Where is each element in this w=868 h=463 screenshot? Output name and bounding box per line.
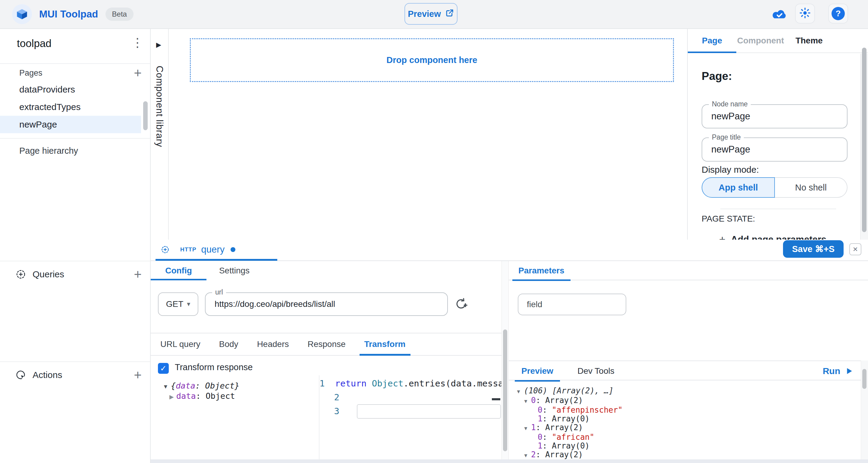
add-query-button[interactable]: +	[134, 268, 142, 281]
url-field[interactable]: url	[205, 292, 448, 316]
save-button[interactable]: Save ⌘+S	[783, 240, 844, 258]
json-row[interactable]: ▼0: Array(2)	[516, 396, 856, 406]
cursor-mark	[492, 398, 500, 400]
json-row[interactable]: ▼1: Array(2)	[516, 423, 856, 433]
add-action-button[interactable]: +	[134, 368, 142, 381]
transform-code-editor[interactable]: 1 return Object.entries(data.messag 2 3	[319, 375, 501, 459]
display-mode-toggle: App shell No shell	[702, 177, 847, 198]
tab-theme[interactable]: Theme	[785, 29, 833, 53]
config-tabs: Config Settings	[151, 261, 501, 280]
divider	[0, 261, 150, 261]
drop-zone[interactable]: Drop component here	[190, 38, 674, 82]
schema-tree-child[interactable]: ▶data: Object	[169, 391, 235, 402]
tab-url-query[interactable]: URL query	[151, 333, 210, 355]
results-scrollbar-thumb[interactable]	[862, 369, 867, 389]
tab-preview[interactable]: Preview	[515, 361, 560, 381]
inspector-scrollbar-thumb[interactable]	[862, 48, 867, 232]
queries-label: Queries	[33, 269, 64, 279]
result-json-tree[interactable]: ▼(106) [Array(2), …] ▼0: Array(2) 0: "af…	[516, 387, 856, 459]
url-label: url	[212, 288, 226, 296]
parameter-field[interactable]	[518, 294, 626, 315]
project-name: toolpad	[17, 37, 52, 50]
tab-page[interactable]: Page	[688, 29, 736, 53]
divider	[0, 362, 150, 362]
plus-icon: +	[719, 233, 725, 240]
canvas-area: ▶ Component library Drop component here	[151, 29, 687, 240]
json-row[interactable]: ▼2: Array(2)	[516, 450, 856, 459]
json-row[interactable]: 1: Array(0)	[516, 441, 856, 450]
app-header: MUI Toolpad Beta Preview	[0, 0, 868, 29]
http-badge: HTTP	[180, 246, 196, 253]
sidebar-item-dataproviders[interactable]: dataProviders	[0, 81, 141, 98]
chevron-down-icon: ▾	[187, 300, 190, 308]
active-tab-indicator	[156, 259, 277, 261]
beta-badge: Beta	[105, 7, 133, 21]
tab-settings[interactable]: Settings	[207, 261, 262, 280]
sync-status-cloud-icon	[770, 6, 788, 23]
bind-url-icon[interactable]	[453, 296, 469, 312]
project-menu-button[interactable]: ⋮	[128, 36, 147, 50]
divider	[0, 138, 150, 138]
pages-scrollbar-thumb[interactable]	[143, 101, 148, 130]
page-state-label: PAGE STATE:	[702, 214, 755, 224]
results-scrollbar-track[interactable]	[861, 361, 868, 463]
line-number: 3	[319, 406, 350, 416]
horizontal-scrollbar-track[interactable]	[151, 459, 868, 463]
action-cursor-icon	[16, 370, 26, 380]
json-row[interactable]: 0: "affenpinscher"	[516, 406, 856, 414]
toggle-no-shell[interactable]: No shell	[775, 177, 847, 198]
component-library-rail[interactable]: ▶ Component library	[151, 29, 169, 240]
inspector-tabs: Page Component Theme	[688, 29, 868, 53]
add-page-button[interactable]: +	[134, 66, 142, 80]
expand-library-icon[interactable]: ▶	[156, 41, 161, 49]
tab-transform[interactable]: Transform	[355, 333, 415, 355]
add-page-parameters-button[interactable]: + Add page parameters	[719, 233, 827, 240]
component-library-tab[interactable]: Component library	[154, 66, 165, 147]
json-row[interactable]: 1: Array(0)	[516, 414, 856, 423]
page-title-input[interactable]	[702, 138, 847, 161]
page-title-field[interactable]: Page title	[702, 137, 847, 161]
expand-icon[interactable]: ▶	[169, 394, 174, 400]
parameter-input[interactable]	[518, 294, 626, 315]
tab-config[interactable]: Config	[151, 261, 207, 280]
tab-parameters[interactable]: Parameters	[513, 261, 570, 280]
collapse-icon[interactable]: ▼	[163, 383, 168, 390]
query-panel-scrollbar-thumb[interactable]	[503, 330, 507, 451]
node-name-input[interactable]	[702, 105, 847, 128]
json-row[interactable]: ▼(106) [Array(2), …]	[516, 387, 856, 396]
preview-button-label: Preview	[408, 9, 441, 19]
brightness-icon	[799, 7, 811, 20]
query-editor-header: HTTP query Save ⌘+S ×	[151, 240, 868, 261]
query-tab[interactable]: HTTP query	[156, 240, 277, 259]
external-link-icon	[445, 8, 454, 20]
run-button[interactable]: Run	[823, 361, 853, 381]
preview-button[interactable]: Preview	[404, 3, 458, 25]
url-input[interactable]	[206, 293, 447, 315]
sidebar-item-newpage[interactable]: newPage	[0, 116, 141, 133]
sidebar-item-extractedtypes[interactable]: extractedTypes	[0, 98, 141, 116]
tab-body[interactable]: Body	[210, 333, 247, 355]
tab-component[interactable]: Component	[736, 29, 785, 53]
unsaved-indicator-dot	[230, 247, 236, 252]
toggle-app-shell[interactable]: App shell	[702, 177, 775, 198]
tab-dev-tools[interactable]: Dev Tools	[571, 361, 621, 381]
query-panel-scrollbar-track[interactable]	[501, 261, 509, 459]
theme-brightness-button[interactable]	[795, 4, 815, 24]
tab-headers[interactable]: Headers	[248, 333, 298, 355]
help-button[interactable]: ?	[828, 4, 848, 24]
tab-response[interactable]: Response	[299, 333, 354, 355]
sidebar: toolpad ⋮ Pages + dataProviders extracte…	[0, 29, 151, 463]
json-row[interactable]: 0: "african"	[516, 433, 856, 441]
method-select[interactable]: GET ▾	[158, 292, 198, 316]
close-query-editor-button[interactable]: ×	[849, 243, 861, 255]
schema-tree-root[interactable]: ▼{data: Object}	[163, 381, 239, 392]
queries-section-header: Queries +	[0, 266, 150, 283]
node-name-field[interactable]: Node name	[702, 104, 847, 128]
run-label: Run	[823, 366, 840, 376]
display-mode-label: Display mode:	[702, 164, 759, 175]
page-hierarchy-row[interactable]: Page hierarchy	[0, 143, 150, 159]
app-root: MUI Toolpad Beta Preview	[0, 0, 868, 463]
inspector-heading: Page:	[702, 70, 732, 83]
transform-response-checkbox[interactable]: ✓	[158, 363, 169, 374]
parameters-tab-row: Parameters	[509, 261, 868, 280]
